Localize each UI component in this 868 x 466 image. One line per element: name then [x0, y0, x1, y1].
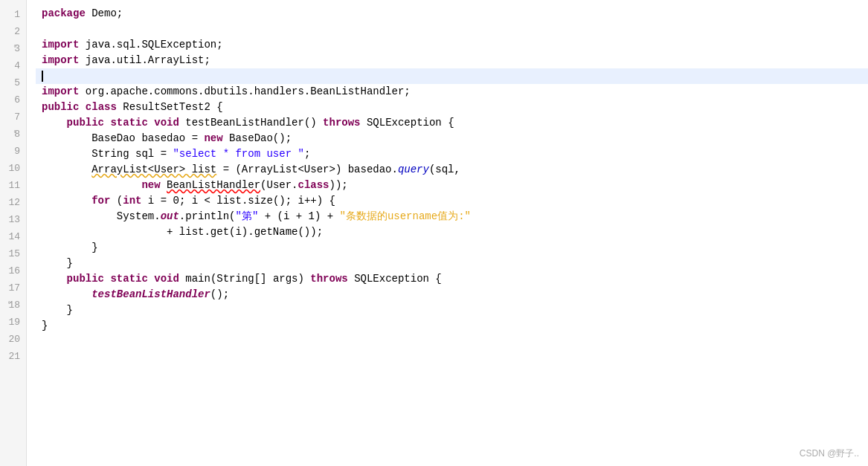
line-num-8: 8	[11, 126, 26, 143]
code-line-2	[36, 22, 868, 37]
line-num-2: 2	[11, 23, 26, 40]
line-num-14: 14	[5, 228, 26, 245]
line-num-7: 7	[11, 109, 26, 126]
code-line-9: BaseDao basedao = new BaseDao();	[36, 131, 868, 146]
line-num-5: 5	[11, 74, 26, 91]
line-num-15: 15	[5, 245, 26, 262]
code-editor: 1 2 3 4 5 6 7 8 9 10 11 12 13 14 15 16 1…	[0, 0, 868, 466]
code-line-17: }	[36, 256, 868, 271]
code-line-15: + list.get(i).getName());	[36, 224, 868, 240]
code-line-4: import java.util.ArrayList;	[36, 53, 868, 68]
line-num-19: 19	[5, 314, 26, 331]
code-line-3: import java.sql.SQLException;	[36, 37, 868, 53]
line-num-16: 16	[5, 262, 26, 279]
code-line-13: for (int i = 0; i < list.size(); i++) {	[36, 193, 868, 209]
code-line-16: }	[36, 240, 868, 256]
line-num-4: 4	[11, 57, 26, 74]
line-num-6: 6	[11, 91, 26, 109]
code-line-12: new BeanListHandler(User.class));	[36, 178, 868, 193]
code-line-21: }	[36, 318, 868, 334]
code-line-18: public static void main(String[] args) t…	[36, 271, 868, 287]
line-num-12: 12	[5, 194, 26, 211]
code-line-20: }	[36, 302, 868, 318]
line-num-1: 1	[11, 6, 26, 23]
code-line-7: public class ResultSetTest2 {	[36, 100, 868, 115]
code-line-10: String sql = "select * from user ";	[36, 146, 868, 162]
code-line-14: System.out.println("第" + (i + 1) + "条数据的…	[36, 209, 868, 224]
line-numbers: 1 2 3 4 5 6 7 8 9 10 11 12 13 14 15 16 1…	[0, 0, 27, 466]
line-num-3: 3	[11, 40, 26, 57]
watermark: CSDN @野子..	[800, 447, 859, 460]
line-num-18: 18	[5, 297, 26, 314]
line-num-13: 13	[5, 211, 26, 228]
line-num-20: 20	[5, 331, 26, 348]
code-area: 1 2 3 4 5 6 7 8 9 10 11 12 13 14 15 16 1…	[0, 0, 868, 466]
code-line-1: package Demo;	[36, 6, 868, 22]
line-num-11: 11	[5, 177, 26, 194]
code-line-8: public static void testBeanListHandler()…	[36, 115, 868, 131]
code-line-6: import org.apache.commons.dbutils.handle…	[36, 84, 868, 100]
code-line-11: ArrayList<User> list = (ArrayList<User>)…	[36, 162, 868, 178]
line-num-21: 21	[5, 348, 26, 365]
line-num-10: 10	[5, 160, 26, 177]
code-line-19: testBeanListHandler();	[36, 287, 868, 302]
code-content[interactable]: package Demo; import java.sql.SQLExcepti…	[27, 0, 868, 466]
line-num-9: 9	[11, 143, 26, 160]
code-line-5	[36, 68, 868, 84]
line-num-17: 17	[5, 279, 26, 297]
